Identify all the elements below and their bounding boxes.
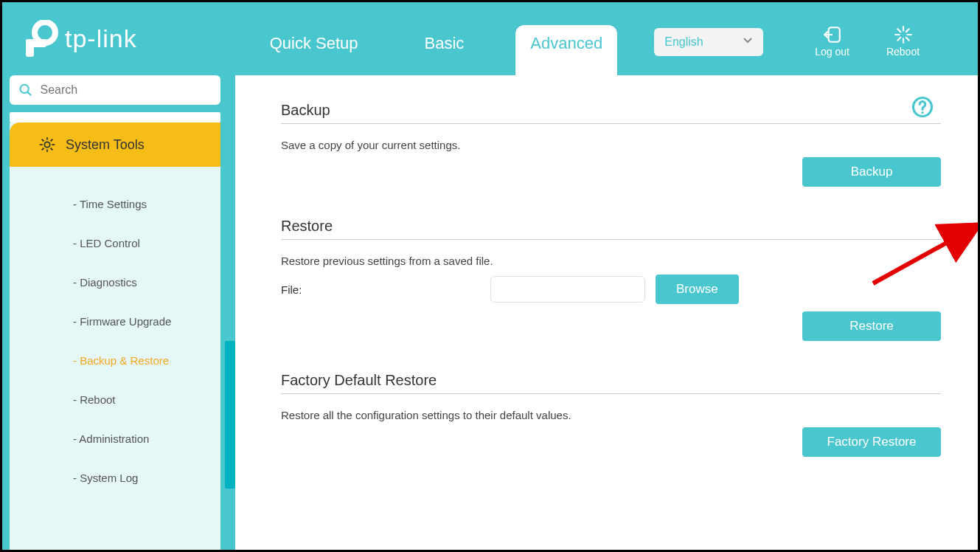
section-title-factory: Factory Default Restore	[281, 372, 941, 389]
svg-line-13	[27, 92, 31, 95]
tab-basic[interactable]: Basic	[410, 25, 479, 75]
logout-icon	[823, 25, 842, 44]
header-actions: Log out Reboot	[815, 25, 920, 58]
main-content: Backup Save a copy of your current setti…	[235, 75, 978, 550]
svg-point-12	[20, 85, 28, 93]
app-header: tp-link Quick Setup Basic Advanced Engli…	[2, 2, 978, 75]
sidebar-item[interactable]: - Backup & Restore	[10, 341, 220, 380]
logout-label: Log out	[815, 46, 849, 58]
section-title-backup: Backup	[281, 102, 941, 119]
language-select[interactable]: English	[654, 28, 763, 56]
logout-button[interactable]: Log out	[815, 25, 849, 58]
backup-button[interactable]: Backup	[802, 157, 941, 187]
tab-advanced[interactable]: Advanced	[515, 25, 617, 75]
sidebar-spacer	[10, 112, 220, 123]
sidebar-item[interactable]: - Diagnostics	[10, 263, 220, 302]
reboot-icon	[894, 25, 913, 44]
scrollbar-thumb[interactable]	[225, 341, 235, 489]
browse-button[interactable]: Browse	[656, 275, 739, 304]
sidebar-item[interactable]: - Administration	[10, 419, 220, 458]
svg-point-14	[44, 142, 49, 147]
sidebar-item[interactable]: - System Log	[10, 458, 220, 497]
language-value: English	[664, 35, 703, 49]
svg-line-11	[906, 29, 908, 32]
sidebar-item[interactable]: - Time Settings	[10, 184, 220, 224]
main-tabs: Quick Setup Basic Advanced	[255, 2, 618, 75]
help-icon	[911, 96, 934, 118]
section-title-restore: Restore	[281, 218, 941, 235]
search-icon	[18, 82, 33, 98]
svg-line-10	[897, 37, 900, 40]
help-button[interactable]	[911, 96, 934, 121]
restore-button[interactable]: Restore	[802, 311, 941, 341]
brand-logo: tp-link	[21, 20, 137, 58]
svg-line-20	[51, 148, 53, 151]
factory-desc: Restore all the configuration settings t…	[281, 409, 941, 421]
sidebar-menu: System Tools - Time Settings- LED Contro…	[10, 123, 220, 552]
sidebar-item[interactable]: - LED Control	[10, 224, 220, 263]
search-box[interactable]	[10, 75, 220, 105]
sidebar-item[interactable]: - Firmware Upgrade	[10, 302, 220, 341]
svg-line-8	[897, 29, 900, 32]
sidebar: System Tools - Time Settings- LED Contro…	[2, 75, 235, 550]
sidebar-header-label: System Tools	[66, 137, 145, 153]
svg-rect-2	[26, 39, 46, 47]
reboot-button[interactable]: Reboot	[886, 25, 920, 58]
svg-line-22	[51, 139, 53, 142]
svg-point-24	[921, 111, 923, 114]
sidebar-item[interactable]: - Reboot	[10, 380, 220, 419]
brand-text: tp-link	[65, 24, 137, 53]
svg-line-19	[42, 139, 44, 142]
divider	[281, 123, 941, 124]
restore-desc: Restore previous settings from a saved f…	[281, 255, 941, 267]
search-input[interactable]	[41, 83, 212, 97]
gear-icon	[39, 137, 55, 153]
backup-desc: Save a copy of your current settings.	[281, 139, 941, 151]
svg-line-9	[906, 37, 908, 40]
file-input[interactable]	[490, 276, 645, 303]
divider	[281, 239, 941, 240]
file-label: File:	[281, 283, 480, 296]
chevron-down-icon	[743, 35, 753, 49]
tp-link-logo-icon	[21, 20, 59, 58]
sidebar-header-system-tools[interactable]: System Tools	[10, 123, 220, 167]
divider	[281, 393, 941, 394]
factory-restore-button[interactable]: Factory Restore	[802, 427, 941, 457]
reboot-label: Reboot	[886, 46, 920, 58]
tab-quick-setup[interactable]: Quick Setup	[255, 25, 373, 75]
svg-line-21	[42, 148, 44, 151]
